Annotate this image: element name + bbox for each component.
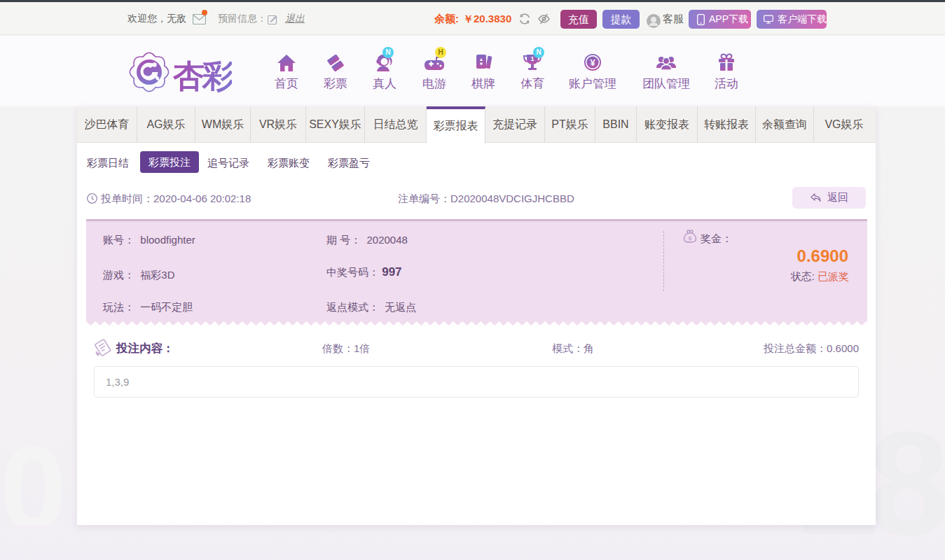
- svg-text:1: 1: [530, 55, 534, 62]
- svg-text:¥: ¥: [590, 57, 595, 68]
- svg-text:$: $: [689, 235, 692, 241]
